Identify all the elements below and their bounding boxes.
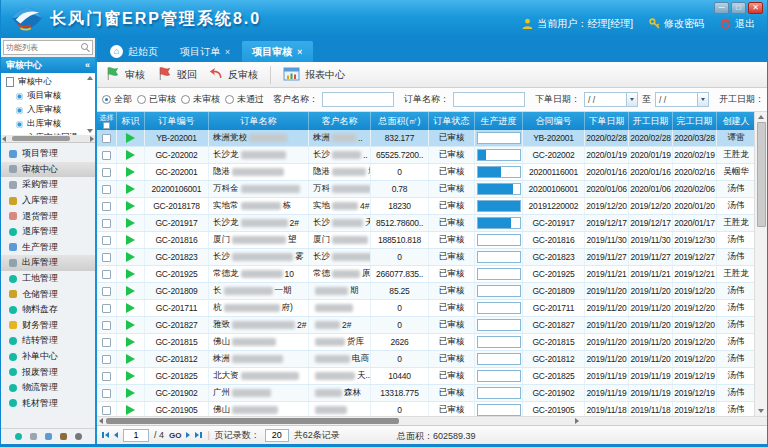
tree-root[interactable]: 审核中心 (1, 75, 95, 89)
row-checkbox[interactable] (102, 372, 111, 381)
row-checkbox[interactable] (102, 304, 111, 313)
scroll-left-icon[interactable] (99, 418, 103, 424)
sidebar-item-物料盘存[interactable]: 物料盘存 (1, 302, 95, 318)
report-center-button[interactable]: 报表中心 (283, 67, 345, 83)
sidebar-item-仓储管理[interactable]: 仓储管理 (1, 286, 95, 302)
radio-button-icon[interactable] (181, 95, 190, 104)
customer-name-input[interactable] (322, 92, 394, 107)
column-header-select[interactable]: 选择 (97, 112, 117, 130)
table-row[interactable]: GC-201827 雅致2# 2# 0 已审核 GC-201827 2019/1… (97, 317, 754, 334)
audit-button[interactable]: 审核 (105, 66, 145, 83)
column-header[interactable]: 完工日期 (673, 112, 717, 130)
row-checkbox[interactable] (102, 355, 111, 364)
tab-起始页[interactable]: ⌂ 起始页 (100, 41, 168, 62)
sidebar-item-出库管理[interactable]: 出库管理 (1, 255, 95, 271)
table-row[interactable]: GC-201816 厦门望 厦门翼望 188510.818 已审核 GC-201… (97, 232, 754, 249)
tree-scroll-down-icon[interactable] (87, 129, 93, 133)
scrollbar-thumb[interactable] (12, 136, 70, 141)
row-checkbox[interactable] (102, 253, 111, 262)
sidebar-item-项目管理[interactable]: 项目管理 (1, 146, 95, 162)
row-checkbox[interactable] (102, 219, 111, 228)
scrollbar-thumb[interactable] (106, 418, 399, 424)
radio-未通过[interactable]: 未通过 (225, 93, 264, 106)
table-row[interactable]: GC-2018178 实地常栋 实地4#.. 18230 已审核 2019122… (97, 198, 754, 215)
last-page-button[interactable] (195, 432, 202, 438)
column-header[interactable]: 总面积(㎡) (371, 112, 429, 130)
table-row[interactable]: GC-201809 长一期 期 85.25 已审核 GC-201809 2019… (97, 283, 754, 300)
row-checkbox[interactable] (102, 134, 111, 143)
close-tab-icon[interactable]: × (225, 47, 230, 57)
first-page-button[interactable] (102, 432, 109, 438)
prev-page-button[interactable] (114, 432, 118, 438)
column-header[interactable]: 开工日期 (629, 112, 673, 130)
maximize-button[interactable]: □ (731, 2, 746, 14)
row-checkbox[interactable] (102, 236, 111, 245)
table-row[interactable]: YB-202001 株洲党校 株洲.. 832.177 已审核 YB-20200… (97, 130, 754, 147)
table-row[interactable]: 20200106001 万科金 万科一期 0.78 已审核 2020010600… (97, 181, 754, 198)
dot-icon[interactable] (15, 433, 22, 440)
scroll-right-icon[interactable] (575, 418, 579, 424)
sidebar-item-生产管理[interactable]: 生产管理 (1, 240, 95, 256)
column-header[interactable]: 合同编号 (523, 112, 585, 130)
close-tab-icon[interactable]: × (297, 47, 302, 57)
select-all-checkbox[interactable] (103, 122, 110, 129)
sidebar-item-退库管理[interactable]: 退库管理 (1, 224, 95, 240)
dropdown-arrow-icon[interactable] (697, 93, 708, 106)
table-row[interactable]: GC-201812 株洲 电商 0 已审核 GC-201812 2019/11/… (97, 351, 754, 368)
search-input[interactable] (4, 43, 80, 52)
minimize-button[interactable]: ─ (714, 2, 729, 14)
sidebar-item-耗材管理[interactable]: 耗材管理 (1, 396, 95, 412)
tree-item[interactable]: 出库审核 (1, 117, 95, 131)
row-checkbox[interactable] (102, 389, 111, 398)
row-checkbox[interactable] (102, 202, 111, 211)
scroll-down-icon[interactable] (758, 409, 764, 413)
tree-scroll-up-icon[interactable] (87, 76, 93, 80)
row-checkbox[interactable] (102, 185, 111, 194)
tree-item[interactable]: 入库审核 (1, 103, 95, 117)
sidebar-item-补单中心[interactable]: 补单中心 (1, 349, 95, 365)
dropdown-arrow-icon[interactable] (626, 93, 637, 106)
tree-item[interactable]: 项目审核 (1, 89, 95, 103)
sidebar-panel-header[interactable]: 审核中心 « (1, 57, 95, 73)
scrollbar-thumb[interactable] (757, 122, 766, 227)
column-header[interactable]: 下单日期 (585, 112, 629, 130)
sidebar-item-报废管理[interactable]: 报废管理 (1, 364, 95, 380)
column-header[interactable]: 订单状态 (429, 112, 475, 130)
unaudit-button[interactable]: 反审核 (209, 67, 258, 82)
sidebar-item-物流管理[interactable]: 物流管理 (1, 380, 95, 396)
table-row[interactable]: GC-201815 佛山 货库 2626 已审核 GC-201815 2019/… (97, 334, 754, 351)
row-checkbox[interactable] (102, 168, 111, 177)
table-row[interactable]: GC-201711 杭府) 0 已审核 GC-201711 2019/11/20… (97, 300, 754, 317)
logout-button[interactable]: 退出 (720, 17, 755, 31)
table-row[interactable]: GC-201902 广州 森林 13318.775 已审核 GC-201902 … (97, 385, 754, 402)
sidebar-item-财务管理[interactable]: 财务管理 (1, 318, 95, 334)
page-number-input[interactable] (123, 429, 149, 442)
folder-icon[interactable] (45, 433, 52, 440)
column-header[interactable]: 标识 (117, 112, 145, 130)
row-checkbox[interactable] (102, 287, 111, 296)
page-size-input[interactable] (265, 429, 289, 442)
cart-icon[interactable] (30, 433, 37, 440)
sidebar-item-工地管理[interactable]: 工地管理 (1, 271, 95, 287)
table-row[interactable]: GC-201925 常德龙10 常德原.. 266077.835.. 已审核 G… (97, 266, 754, 283)
scroll-left-icon[interactable] (2, 136, 6, 142)
sidebar-item-结转管理[interactable]: 结转管理 (1, 333, 95, 349)
row-checkbox[interactable] (102, 321, 111, 330)
change-password-button[interactable]: 修改密码 (649, 17, 704, 31)
radio-button-icon[interactable] (102, 95, 111, 104)
tab-项目审核[interactable]: 项目审核 × (242, 41, 312, 62)
horizontal-scrollbar[interactable] (97, 416, 767, 425)
scroll-right-icon[interactable] (90, 136, 94, 142)
table-row[interactable]: GC-202002 长沙龙 长沙.. 65525.7200.. 已审核 GC-2… (97, 147, 754, 164)
table-row[interactable]: GC-202001 隐港 隐港墙 0 已审核 20200116001 2020/… (97, 164, 754, 181)
order-date-from-picker[interactable]: / / (584, 92, 638, 107)
column-header[interactable]: 客户名称 (309, 112, 371, 130)
search-icon[interactable] (81, 43, 88, 50)
row-checkbox[interactable] (102, 406, 111, 415)
column-header[interactable]: 订单名称 (209, 112, 309, 130)
row-checkbox[interactable] (102, 338, 111, 347)
table-row[interactable]: GC-201917 长沙龙2# 长沙天.. 8512.78600.. 已审核 G… (97, 215, 754, 232)
sidebar-item-退货管理[interactable]: 退货管理 (1, 208, 95, 224)
more-icon[interactable] (75, 433, 82, 440)
table-row[interactable]: GC-201825 北大资 天.. 10440 已审核 GC-201825 20… (97, 368, 754, 385)
